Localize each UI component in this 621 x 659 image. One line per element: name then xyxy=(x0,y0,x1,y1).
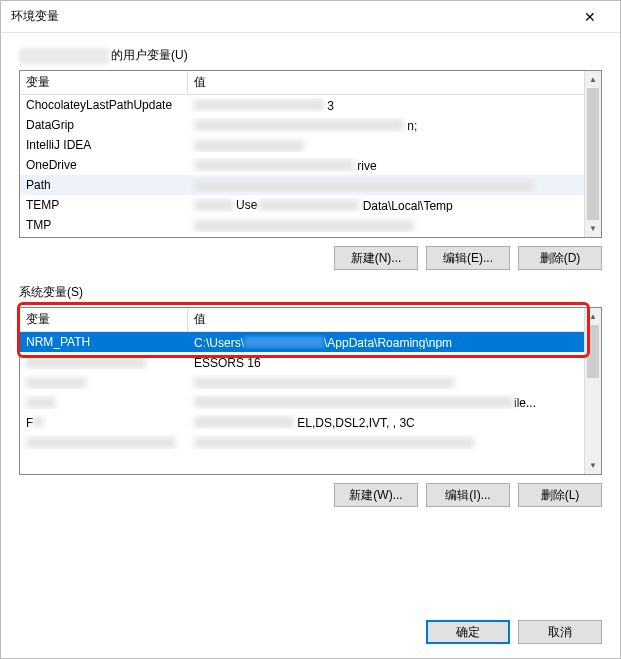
table-row[interactable]: TMP xyxy=(20,215,584,235)
var-name xyxy=(20,355,188,369)
window-title: 环境变量 xyxy=(11,8,570,25)
col-header-variable[interactable]: 变量 xyxy=(20,308,188,331)
var-value xyxy=(188,138,584,152)
var-value xyxy=(188,375,584,389)
vertical-scrollbar[interactable]: ▲ ▼ xyxy=(584,71,601,237)
var-name: TMP xyxy=(20,218,188,232)
dialog-buttons: 确定 取消 xyxy=(426,620,602,644)
var-value xyxy=(188,178,584,192)
table-row[interactable]: ChocolateyLastPathUpdate 3 xyxy=(20,95,584,115)
close-icon[interactable]: ✕ xyxy=(570,9,610,25)
var-value: 3 xyxy=(188,98,584,113)
delete-system-var-button[interactable]: 删除(L) xyxy=(518,483,602,507)
delete-user-var-button[interactable]: 删除(D) xyxy=(518,246,602,270)
var-name: F xyxy=(20,415,188,430)
table-row[interactable]: Path xyxy=(20,175,584,195)
title-bar: 环境变量 ✕ xyxy=(1,1,620,33)
var-value: C:\Users\\AppData\Roaming\npm xyxy=(188,335,584,350)
table-row[interactable]: NRM_PATH C:\Users\\AppData\Roaming\npm xyxy=(20,332,584,352)
var-name: TEMP xyxy=(20,198,188,212)
var-value: n; xyxy=(188,118,584,133)
table-row[interactable]: DataGrip n; xyxy=(20,115,584,135)
col-header-value[interactable]: 值 xyxy=(188,308,584,331)
var-name: IntelliJ IDEA xyxy=(20,138,188,152)
var-value: EL,DS,DSL2,IVT, , 3C xyxy=(188,415,584,430)
col-header-value[interactable]: 值 xyxy=(188,71,584,94)
system-vars-label: 系统变量(S) xyxy=(19,284,602,301)
table-row[interactable] xyxy=(20,372,584,392)
var-name: Path xyxy=(20,178,188,192)
var-value: ESSORS 16 xyxy=(188,355,584,370)
var-name xyxy=(20,395,188,409)
var-name xyxy=(20,435,188,449)
var-name: DataGrip xyxy=(20,118,188,132)
list-header: 变量 值 xyxy=(20,71,584,95)
var-name: OneDrive xyxy=(20,158,188,172)
scroll-up-icon[interactable]: ▲ xyxy=(585,308,601,325)
redacted-username xyxy=(19,48,109,64)
new-user-var-button[interactable]: 新建(N)... xyxy=(334,246,418,270)
user-vars-label: 的用户变量(U) xyxy=(19,47,602,64)
system-vars-list[interactable]: 变量 值 NRM_PATH C:\Users\\AppData\Roaming\… xyxy=(19,307,602,475)
cancel-button[interactable]: 取消 xyxy=(518,620,602,644)
var-value: Use Data\Local\Temp xyxy=(188,198,584,213)
user-variables-group: 的用户变量(U) 变量 值 ChocolateyLastPathUpdate 3… xyxy=(19,47,602,270)
col-header-variable[interactable]: 变量 xyxy=(20,71,188,94)
var-value xyxy=(188,435,584,449)
new-system-var-button[interactable]: 新建(W)... xyxy=(334,483,418,507)
system-vars-buttons: 新建(W)... 编辑(I)... 删除(L) xyxy=(19,483,602,507)
scroll-down-icon[interactable]: ▼ xyxy=(585,220,601,237)
table-row[interactable]: OneDrive rive xyxy=(20,155,584,175)
user-vars-list[interactable]: 变量 值 ChocolateyLastPathUpdate 3 DataGrip… xyxy=(19,70,602,238)
edit-user-var-button[interactable]: 编辑(E)... xyxy=(426,246,510,270)
table-row[interactable]: ESSORS 16 xyxy=(20,352,584,372)
var-value xyxy=(188,218,584,232)
ok-button[interactable]: 确定 xyxy=(426,620,510,644)
table-row[interactable]: F EL,DS,DSL2,IVT, , 3C xyxy=(20,412,584,432)
table-row[interactable]: TEMP Use Data\Local\Temp xyxy=(20,195,584,215)
table-row[interactable] xyxy=(20,432,584,452)
list-header: 变量 值 xyxy=(20,308,584,332)
var-value: ile... xyxy=(188,395,584,410)
var-name xyxy=(20,375,188,389)
scroll-up-icon[interactable]: ▲ xyxy=(585,71,601,88)
table-row[interactable]: IntelliJ IDEA xyxy=(20,135,584,155)
edit-system-var-button[interactable]: 编辑(I)... xyxy=(426,483,510,507)
table-row[interactable]: ile... xyxy=(20,392,584,412)
var-value: rive xyxy=(188,158,584,173)
var-name: ChocolateyLastPathUpdate xyxy=(20,98,188,112)
var-name: NRM_PATH xyxy=(20,335,188,349)
system-variables-group: 系统变量(S) 变量 值 NRM_PATH C:\Users\\AppData\… xyxy=(19,284,602,507)
user-vars-label-text: 的用户变量(U) xyxy=(111,48,188,62)
scroll-down-icon[interactable]: ▼ xyxy=(585,457,601,474)
vertical-scrollbar[interactable]: ▲ ▼ xyxy=(584,308,601,474)
user-vars-buttons: 新建(N)... 编辑(E)... 删除(D) xyxy=(19,246,602,270)
